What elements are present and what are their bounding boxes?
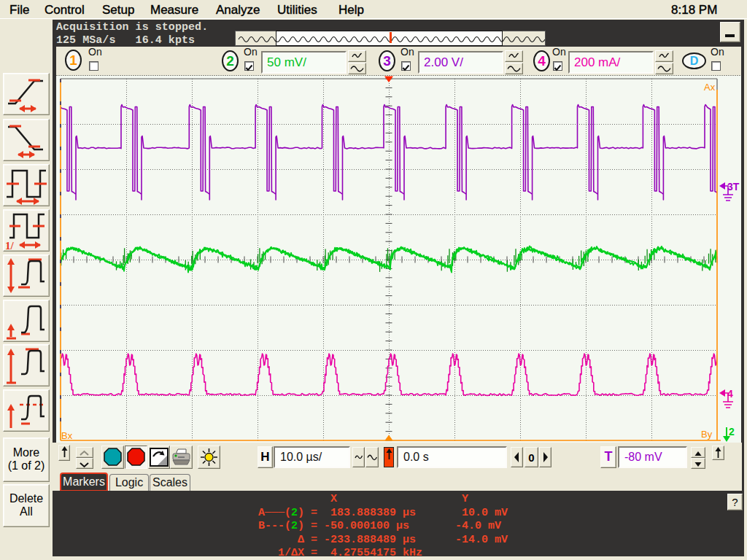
svg-text:Ax: Ax — [704, 82, 716, 93]
svg-text:4: 4 — [727, 388, 733, 400]
svg-text:3T: 3T — [727, 181, 740, 192]
svg-text:2: 2 — [729, 426, 735, 438]
svg-text:Bx: Bx — [61, 430, 73, 441]
svg-text:1/: 1/ — [5, 240, 15, 251]
svg-text:By: By — [701, 429, 713, 440]
